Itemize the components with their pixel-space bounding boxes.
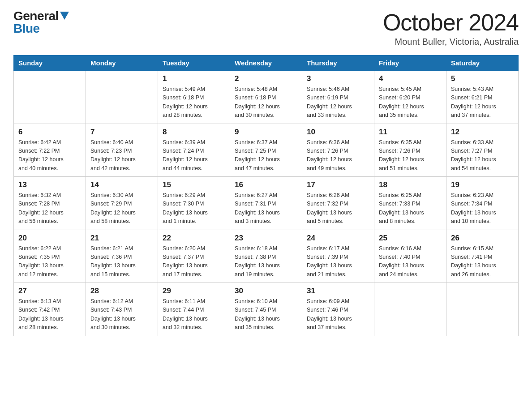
day-info: Sunrise: 6:32 AMSunset: 7:28 PMDaylight:…: [18, 191, 81, 226]
day-number: 9: [235, 128, 297, 137]
calendar-title: October 2024: [383, 9, 519, 36]
day-info: Sunrise: 6:15 AMSunset: 7:41 PMDaylight:…: [451, 244, 514, 279]
day-info: Sunrise: 6:11 AMSunset: 7:44 PMDaylight:…: [163, 297, 225, 332]
calendar-cell: 5Sunrise: 5:43 AMSunset: 6:21 PMDaylight…: [446, 71, 519, 124]
header: General Blue October 2024 Mount Buller, …: [13, 9, 519, 47]
day-info: Sunrise: 6:12 AMSunset: 7:43 PMDaylight:…: [90, 297, 153, 332]
calendar-cell: 2Sunrise: 5:48 AMSunset: 6:18 PMDaylight…: [230, 71, 302, 124]
day-info: Sunrise: 6:20 AMSunset: 7:37 PMDaylight:…: [163, 244, 225, 279]
day-info: Sunrise: 6:26 AMSunset: 7:32 PMDaylight:…: [307, 191, 369, 226]
day-number: 26: [451, 234, 514, 243]
calendar-cell: 17Sunrise: 6:26 AMSunset: 7:32 PMDayligh…: [302, 177, 374, 230]
header-thursday: Thursday: [302, 56, 374, 71]
day-number: 5: [451, 74, 514, 83]
day-info: Sunrise: 5:46 AMSunset: 6:19 PMDaylight:…: [307, 85, 369, 120]
calendar-cell: 12Sunrise: 6:33 AMSunset: 7:27 PMDayligh…: [446, 124, 519, 177]
calendar-cell: 18Sunrise: 6:25 AMSunset: 7:33 PMDayligh…: [374, 177, 446, 230]
day-info: Sunrise: 6:23 AMSunset: 7:34 PMDaylight:…: [451, 191, 514, 226]
calendar-cell: 6Sunrise: 6:42 AMSunset: 7:22 PMDaylight…: [14, 124, 86, 177]
day-number: 15: [163, 180, 225, 189]
day-number: 28: [90, 287, 153, 295]
day-number: 19: [451, 180, 514, 189]
day-info: Sunrise: 6:27 AMSunset: 7:31 PMDaylight:…: [235, 191, 297, 226]
day-info: Sunrise: 6:16 AMSunset: 7:40 PMDaylight:…: [379, 244, 442, 279]
calendar-cell: 3Sunrise: 5:46 AMSunset: 6:19 PMDaylight…: [302, 71, 374, 124]
header-friday: Friday: [374, 56, 446, 71]
header-saturday: Saturday: [446, 56, 519, 71]
calendar-cell: 22Sunrise: 6:20 AMSunset: 7:37 PMDayligh…: [158, 230, 230, 283]
calendar-cell: 14Sunrise: 6:30 AMSunset: 7:29 PMDayligh…: [86, 177, 158, 230]
day-number: 2: [235, 74, 297, 83]
calendar-cell: 21Sunrise: 6:21 AMSunset: 7:36 PMDayligh…: [86, 230, 158, 283]
day-number: 21: [90, 234, 153, 243]
calendar-cell: 24Sunrise: 6:17 AMSunset: 7:39 PMDayligh…: [302, 230, 374, 283]
day-number: 22: [163, 234, 225, 243]
calendar-cell: 4Sunrise: 5:45 AMSunset: 6:20 PMDaylight…: [374, 71, 446, 124]
day-number: 1: [163, 74, 225, 83]
header-sunday: Sunday: [14, 56, 86, 71]
day-number: 29: [163, 287, 225, 295]
day-number: 27: [18, 287, 81, 295]
calendar-cell: 9Sunrise: 6:37 AMSunset: 7:25 PMDaylight…: [230, 124, 302, 177]
calendar-cell: 13Sunrise: 6:32 AMSunset: 7:28 PMDayligh…: [14, 177, 86, 230]
day-number: 31: [307, 287, 369, 295]
calendar-week-row: 20Sunrise: 6:22 AMSunset: 7:35 PMDayligh…: [14, 230, 519, 283]
day-number: 11: [379, 128, 442, 137]
calendar-header: SundayMondayTuesdayWednesdayThursdayFrid…: [14, 56, 519, 71]
day-number: 25: [379, 234, 442, 243]
day-info: Sunrise: 6:33 AMSunset: 7:27 PMDaylight:…: [451, 138, 514, 173]
calendar-cell: [86, 71, 158, 124]
day-info: Sunrise: 6:35 AMSunset: 7:26 PMDaylight:…: [379, 138, 442, 173]
calendar-week-row: 1Sunrise: 5:49 AMSunset: 6:18 PMDaylight…: [14, 71, 519, 124]
day-info: Sunrise: 6:39 AMSunset: 7:24 PMDaylight:…: [163, 138, 225, 173]
logo-triangle-icon: [60, 12, 69, 20]
day-info: Sunrise: 6:40 AMSunset: 7:23 PMDaylight:…: [90, 138, 153, 173]
calendar-cell: 23Sunrise: 6:18 AMSunset: 7:38 PMDayligh…: [230, 230, 302, 283]
calendar-cell: 25Sunrise: 6:16 AMSunset: 7:40 PMDayligh…: [374, 230, 446, 283]
day-info: Sunrise: 5:48 AMSunset: 6:18 PMDaylight:…: [235, 85, 297, 120]
calendar-cell: 15Sunrise: 6:29 AMSunset: 7:30 PMDayligh…: [158, 177, 230, 230]
calendar-cell: 26Sunrise: 6:15 AMSunset: 7:41 PMDayligh…: [446, 230, 519, 283]
day-info: Sunrise: 6:21 AMSunset: 7:36 PMDaylight:…: [90, 244, 153, 279]
day-info: Sunrise: 6:18 AMSunset: 7:38 PMDaylight:…: [235, 244, 297, 279]
calendar-body: 1Sunrise: 5:49 AMSunset: 6:18 PMDaylight…: [14, 71, 519, 336]
day-number: 23: [235, 234, 297, 243]
header-monday: Monday: [86, 56, 158, 71]
day-info: Sunrise: 5:43 AMSunset: 6:21 PMDaylight:…: [451, 85, 514, 120]
calendar-cell: 8Sunrise: 6:39 AMSunset: 7:24 PMDaylight…: [158, 124, 230, 177]
day-info: Sunrise: 5:49 AMSunset: 6:18 PMDaylight:…: [163, 85, 225, 120]
calendar-cell: 7Sunrise: 6:40 AMSunset: 7:23 PMDaylight…: [86, 124, 158, 177]
calendar-cell: 11Sunrise: 6:35 AMSunset: 7:26 PMDayligh…: [374, 124, 446, 177]
day-number: 6: [18, 128, 81, 137]
day-info: Sunrise: 6:29 AMSunset: 7:30 PMDaylight:…: [163, 191, 225, 226]
calendar-subtitle: Mount Buller, Victoria, Australia: [383, 37, 519, 47]
day-number: 10: [307, 128, 369, 137]
day-info: Sunrise: 6:13 AMSunset: 7:42 PMDaylight:…: [18, 297, 81, 332]
logo-blue-text: Blue: [13, 21, 40, 36]
header-wednesday: Wednesday: [230, 56, 302, 71]
calendar-cell: 16Sunrise: 6:27 AMSunset: 7:31 PMDayligh…: [230, 177, 302, 230]
day-number: 14: [90, 180, 153, 189]
day-number: 17: [307, 180, 369, 189]
calendar-cell: [14, 71, 86, 124]
calendar-cell: 29Sunrise: 6:11 AMSunset: 7:44 PMDayligh…: [158, 283, 230, 336]
day-number: 30: [235, 287, 297, 295]
calendar-cell: 10Sunrise: 6:36 AMSunset: 7:26 PMDayligh…: [302, 124, 374, 177]
day-info: Sunrise: 6:09 AMSunset: 7:46 PMDaylight:…: [307, 297, 369, 332]
day-info: Sunrise: 6:42 AMSunset: 7:22 PMDaylight:…: [18, 138, 81, 173]
calendar-cell: 27Sunrise: 6:13 AMSunset: 7:42 PMDayligh…: [14, 283, 86, 336]
day-info: Sunrise: 6:10 AMSunset: 7:45 PMDaylight:…: [235, 297, 297, 332]
day-number: 13: [18, 180, 81, 189]
day-number: 20: [18, 234, 81, 243]
calendar-week-row: 6Sunrise: 6:42 AMSunset: 7:22 PMDaylight…: [14, 124, 519, 177]
day-info: Sunrise: 6:36 AMSunset: 7:26 PMDaylight:…: [307, 138, 369, 173]
calendar-cell: 31Sunrise: 6:09 AMSunset: 7:46 PMDayligh…: [302, 283, 374, 336]
calendar-week-row: 27Sunrise: 6:13 AMSunset: 7:42 PMDayligh…: [14, 283, 519, 336]
day-number: 7: [90, 128, 153, 137]
day-info: Sunrise: 6:37 AMSunset: 7:25 PMDaylight:…: [235, 138, 297, 173]
calendar-cell: 19Sunrise: 6:23 AMSunset: 7:34 PMDayligh…: [446, 177, 519, 230]
calendar-cell: 30Sunrise: 6:10 AMSunset: 7:45 PMDayligh…: [230, 283, 302, 336]
calendar-cell: 20Sunrise: 6:22 AMSunset: 7:35 PMDayligh…: [14, 230, 86, 283]
day-number: 24: [307, 234, 369, 243]
day-info: Sunrise: 6:30 AMSunset: 7:29 PMDaylight:…: [90, 191, 153, 226]
